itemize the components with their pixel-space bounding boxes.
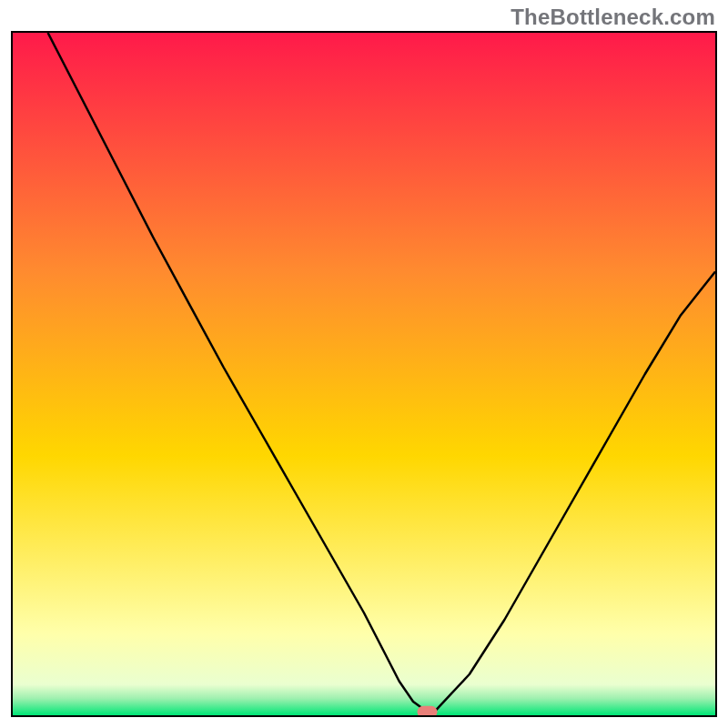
chart-svg: [13, 33, 715, 715]
chart-container: TheBottleneck.com: [0, 0, 728, 728]
attribution-label: TheBottleneck.com: [511, 5, 715, 30]
optimal-marker: [418, 706, 438, 715]
plot-area: [11, 31, 717, 717]
